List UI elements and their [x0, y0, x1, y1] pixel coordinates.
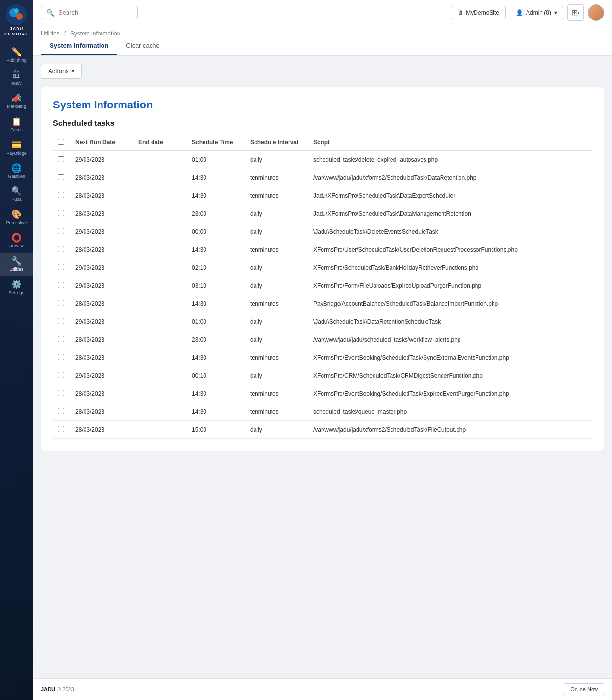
row-checkbox-cell — [53, 349, 70, 367]
row-end-date-3 — [134, 205, 187, 223]
sidebar-item-rupa[interactable]: 🔍 Rupa — [0, 183, 33, 206]
row-checkbox-7[interactable] — [58, 282, 64, 288]
row-schedule-time-6: 02:10 — [187, 259, 245, 277]
row-end-date-14 — [134, 403, 187, 421]
row-schedule-time-9: 01:00 — [187, 313, 245, 331]
row-schedule-time-5: 14:30 — [187, 241, 245, 259]
table-row: 28/03/2023 14:30 tenminutes PayBridge/Ac… — [53, 295, 592, 313]
sidebar-item-publishing[interactable]: ✏️ Publishing — [0, 44, 33, 67]
sidebar-item-forms[interactable]: 📋 Forms — [0, 113, 33, 137]
tab-system-information[interactable]: System information — [41, 37, 117, 55]
row-schedule-interval-5: tenminutes — [245, 241, 308, 259]
sidebar-item-onbase[interactable]: ⭕ OnBase — [0, 229, 33, 253]
row-schedule-interval-3: daily — [245, 205, 308, 223]
actions-label: Actions — [48, 68, 69, 75]
row-end-date-10 — [134, 331, 187, 349]
admin-button[interactable]: 👤 Admin (0) ▾ — [510, 6, 563, 19]
row-end-date-13 — [134, 385, 187, 403]
sidebar-label-onbase: OnBase — [9, 244, 25, 249]
row-next-run-9: 29/03/2023 — [70, 313, 134, 331]
row-end-date-0 — [134, 151, 187, 169]
avatar-image — [588, 5, 604, 20]
row-checkbox-2[interactable] — [58, 192, 64, 198]
row-checkbox-9[interactable] — [58, 318, 64, 324]
row-next-run-6: 29/03/2023 — [70, 259, 134, 277]
topbar-right: 🖥 MyDemoSite 👤 Admin (0) ▾ ⊞ ▾ — [451, 4, 604, 21]
row-checkbox-0[interactable] — [58, 156, 64, 162]
grid-icon: ⊞ — [571, 8, 578, 17]
row-checkbox-cell — [53, 295, 70, 313]
col-header-checkbox — [53, 135, 70, 151]
row-checkbox-10[interactable] — [58, 336, 64, 342]
row-checkbox-6[interactable] — [58, 264, 64, 270]
sidebar-item-egov[interactable]: 🏛 eGov — [0, 67, 33, 90]
perceptive-icon: 🎨 — [11, 210, 22, 219]
user-avatar[interactable] — [588, 4, 604, 21]
section-heading: Scheduled tasks — [53, 119, 592, 128]
row-next-run-10: 28/03/2023 — [70, 331, 134, 349]
row-schedule-interval-0: daily — [245, 151, 308, 169]
table-row: 28/03/2023 15:00 daily /var/www/jadu/jad… — [53, 421, 592, 439]
row-script-12: XFormsPro/CRM/ScheduledTask/CRMDigestSen… — [308, 367, 592, 385]
col-header-schedule-interval: Schedule Interval — [245, 135, 308, 151]
forms-icon: 📋 — [11, 117, 22, 126]
row-end-date-8 — [134, 295, 187, 313]
sidebar-label-forms: Forms — [10, 127, 23, 133]
row-checkbox-cell — [53, 331, 70, 349]
mysite-button[interactable]: 🖥 MyDemoSite — [451, 6, 506, 19]
row-script-5: XFormsPro/User/ScheduledTask/UserDeletio… — [308, 241, 592, 259]
row-checkbox-14[interactable] — [58, 408, 64, 414]
tab-clear-cache[interactable]: Clear cache — [117, 37, 168, 55]
row-checkbox-8[interactable] — [58, 300, 64, 306]
row-schedule-interval-7: daily — [245, 277, 308, 295]
footer-copyright-text: © 2023 — [57, 686, 74, 692]
sidebar-item-utilities[interactable]: 🔧 Utilities — [0, 253, 33, 276]
table-row: 29/03/2023 01:00 daily \Jadu\ScheduleTas… — [53, 313, 592, 331]
select-all-checkbox[interactable] — [58, 139, 64, 145]
breadcrumb: Utilities / System information — [33, 25, 612, 37]
row-checkbox-12[interactable] — [58, 372, 64, 378]
row-checkbox-1[interactable] — [58, 174, 64, 180]
notifications-button[interactable]: ⊞ ▾ — [567, 4, 584, 21]
row-checkbox-13[interactable] — [58, 390, 64, 396]
sidebar-item-galaxies[interactable]: 🌐 Galaxies — [0, 160, 33, 183]
row-next-run-14: 28/03/2023 — [70, 403, 134, 421]
row-checkbox-3[interactable] — [58, 210, 64, 216]
row-checkbox-cell — [53, 187, 70, 205]
sidebar-label-perceptive: Perceptive — [6, 220, 27, 226]
sidebar-item-settings[interactable]: ⚙️ Settings — [0, 276, 33, 299]
row-checkbox-cell — [53, 403, 70, 421]
row-checkbox-5[interactable] — [58, 246, 64, 252]
row-checkbox-15[interactable] — [58, 426, 64, 432]
actions-button[interactable]: Actions ▾ — [41, 64, 82, 79]
actions-caret-icon: ▾ — [72, 69, 74, 74]
online-now-button[interactable]: Online Now — [564, 683, 604, 695]
row-checkbox-11[interactable] — [58, 354, 64, 360]
row-schedule-interval-12: daily — [245, 367, 308, 385]
row-checkbox-cell — [53, 259, 70, 277]
sidebar-label-utilities: Utilities — [9, 267, 23, 272]
search-input[interactable] — [58, 9, 133, 16]
sidebar-brand-label: JADUCENTRAL — [4, 26, 29, 37]
notifications-chevron: ▾ — [578, 10, 580, 15]
row-schedule-interval-14: tenminutes — [245, 403, 308, 421]
row-schedule-time-10: 23:00 — [187, 331, 245, 349]
row-schedule-interval-13: tenminutes — [245, 385, 308, 403]
sidebar-item-paybridge[interactable]: 💳 PayBridge — [0, 137, 33, 160]
row-schedule-time-12: 00:10 — [187, 367, 245, 385]
breadcrumb-utilities[interactable]: Utilities — [41, 30, 60, 37]
row-checkbox-cell — [53, 241, 70, 259]
mysite-icon: 🖥 — [457, 9, 463, 16]
galaxies-icon: 🌐 — [11, 164, 22, 173]
paybridge-icon: 💳 — [11, 140, 22, 149]
search-box[interactable]: 🔍 — [41, 6, 138, 19]
egov-icon: 🏛 — [12, 70, 21, 79]
footer-copyright: JADU © 2023 — [41, 686, 74, 692]
sidebar-item-perceptive[interactable]: 🎨 Perceptive — [0, 206, 33, 229]
row-next-run-8: 28/03/2023 — [70, 295, 134, 313]
sidebar-item-marketing[interactable]: 📣 Marketing — [0, 90, 33, 113]
row-schedule-interval-15: daily — [245, 421, 308, 439]
col-header-schedule-time: Schedule Time — [187, 135, 245, 151]
row-schedule-time-1: 14:30 — [187, 169, 245, 187]
row-checkbox-4[interactable] — [58, 228, 64, 234]
